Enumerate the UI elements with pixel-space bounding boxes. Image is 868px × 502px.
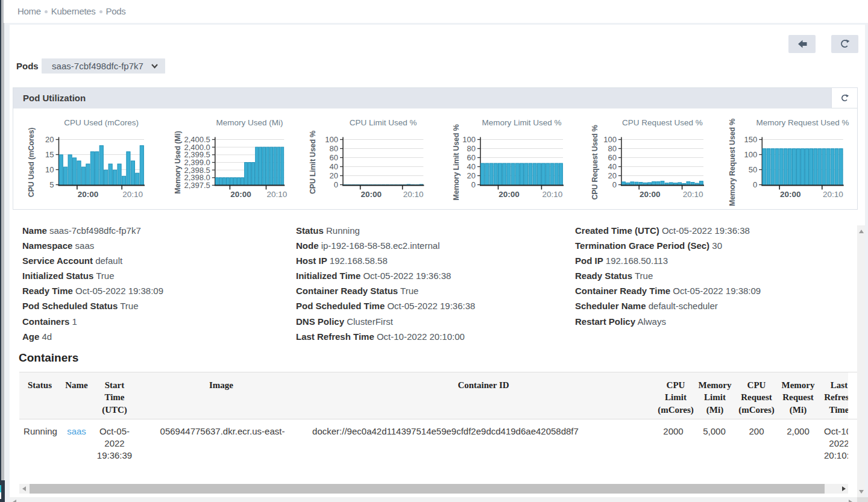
svg-text:Memory Limit Used %: Memory Limit Used %: [482, 118, 561, 127]
svg-text:20:00: 20:00: [780, 190, 801, 199]
svg-text:Memory Used (Mi): Memory Used (Mi): [174, 131, 182, 193]
svg-text:50: 50: [749, 165, 757, 174]
svg-text:0: 0: [612, 180, 616, 189]
svg-text:CPU Limit Used %: CPU Limit Used %: [309, 131, 317, 194]
svg-text:60: 60: [467, 153, 476, 162]
svg-text:150: 150: [744, 135, 758, 144]
svg-text:80: 80: [330, 144, 338, 153]
svg-text:Memory Request Used %: Memory Request Used %: [756, 118, 849, 127]
svg-text:100: 100: [744, 150, 758, 159]
svg-text:20:00: 20:00: [361, 190, 382, 199]
svg-text:20:10: 20:10: [823, 190, 843, 199]
svg-text:40: 40: [608, 162, 616, 171]
svg-text:60: 60: [608, 153, 616, 162]
svg-text:20: 20: [467, 171, 476, 180]
svg-text:15: 15: [45, 150, 54, 159]
svg-text:20:10: 20:10: [682, 190, 703, 199]
svg-text:CPU Used (mCores): CPU Used (mCores): [64, 118, 139, 127]
svg-text:20:10: 20:10: [266, 190, 287, 199]
svg-text:Memory Used (Mi): Memory Used (Mi): [216, 118, 283, 127]
svg-text:20:00: 20:00: [230, 190, 251, 199]
svg-text:20: 20: [330, 171, 338, 180]
svg-text:100: 100: [326, 135, 339, 144]
svg-text:40: 40: [467, 162, 476, 171]
svg-text:60: 60: [330, 153, 338, 162]
svg-text:CPU Used (mCores): CPU Used (mCores): [27, 128, 36, 197]
svg-text:0: 0: [753, 180, 757, 189]
svg-text:80: 80: [467, 144, 476, 153]
svg-text:0: 0: [471, 180, 476, 189]
svg-text:20:10: 20:10: [403, 190, 424, 199]
svg-text:20:00: 20:00: [78, 190, 99, 199]
svg-text:100: 100: [462, 135, 476, 144]
svg-text:Memory Limit Used %: Memory Limit Used %: [452, 124, 461, 200]
svg-text:40: 40: [330, 162, 338, 171]
svg-text:100: 100: [603, 135, 617, 144]
svg-text:0: 0: [334, 180, 338, 189]
svg-text:20: 20: [45, 135, 54, 144]
svg-text:CPU Request Used %: CPU Request Used %: [622, 118, 703, 127]
svg-text:CPU Request Used %: CPU Request Used %: [591, 125, 599, 199]
svg-text:CPU Limit Used %: CPU Limit Used %: [350, 118, 417, 127]
svg-text:5: 5: [49, 180, 54, 189]
svg-text:Memory Request Used %: Memory Request Used %: [728, 119, 737, 206]
svg-text:80: 80: [608, 144, 616, 153]
svg-text:20: 20: [608, 171, 616, 180]
svg-text:20:00: 20:00: [498, 190, 520, 199]
svg-text:20:10: 20:10: [542, 190, 563, 199]
svg-text:2,397.5: 2,397.5: [184, 181, 210, 190]
svg-text:20:00: 20:00: [640, 190, 661, 199]
svg-text:20:10: 20:10: [122, 190, 143, 199]
svg-text:10: 10: [45, 165, 54, 174]
